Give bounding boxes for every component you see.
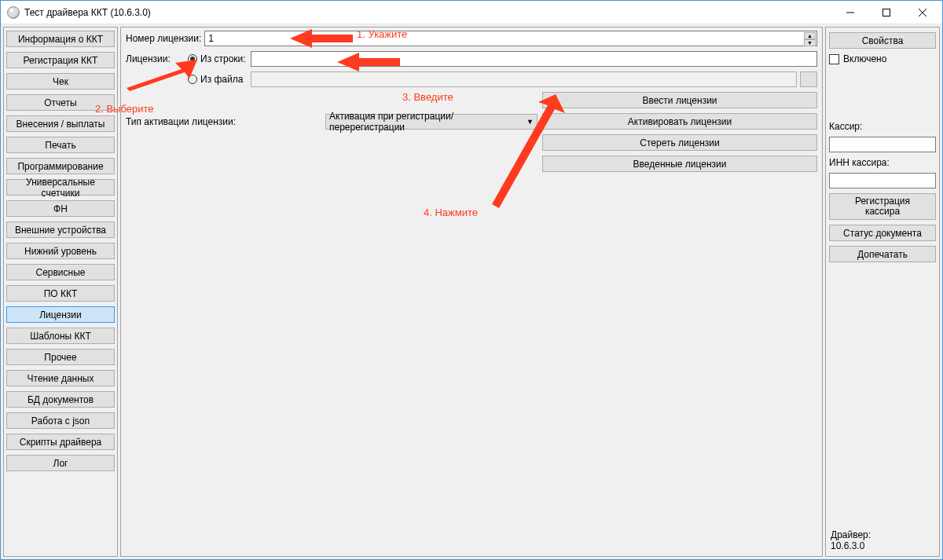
maximize-button[interactable] xyxy=(868,1,904,24)
nav-item[interactable]: Сервисные xyxy=(6,264,115,280)
nav-item[interactable]: Регистрация ККТ xyxy=(6,52,115,68)
close-button[interactable] xyxy=(904,1,941,24)
enter-licenses-label: Ввести лицензии xyxy=(642,95,717,106)
nav-item-label: Информация о ККТ xyxy=(18,34,103,45)
chevron-down-icon: ▼ xyxy=(527,118,534,126)
nav-item[interactable]: Печать xyxy=(6,137,115,153)
activation-type-combo[interactable]: Активация при регистрации/перерегистраци… xyxy=(325,114,538,130)
license-string-input[interactable] xyxy=(251,51,817,67)
license-number-input[interactable]: 1 ▲ ▼ xyxy=(204,31,817,46)
nav-item-label: ПО ККТ xyxy=(44,288,78,299)
properties-label: Свойства xyxy=(862,35,904,46)
window-title: Тест драйвера ККТ (10.6.3.0) xyxy=(24,7,151,18)
nav-item-label: Программирование xyxy=(17,161,103,172)
license-number-label: Номер лицензии: xyxy=(126,33,201,44)
left-nav: Информация о ККТРегистрация ККТЧекОтчеты… xyxy=(3,27,118,557)
radio-from-string[interactable]: Из строки: xyxy=(188,53,248,64)
nav-item-label: Регистрация ККТ xyxy=(24,55,98,66)
driver-info: Драйвер: 10.6.3.0 xyxy=(831,529,871,551)
annotation-4: 4. Нажмите xyxy=(424,207,478,218)
inn-label: ИНН кассира: xyxy=(829,157,936,168)
nav-item[interactable]: Чтение данных xyxy=(6,370,115,386)
titlebar: Тест драйвера ККТ (10.6.3.0) xyxy=(1,1,942,24)
cashier-input[interactable] xyxy=(829,137,936,152)
driver-label: Драйвер: xyxy=(831,529,871,540)
licenses-label: Лицензии: xyxy=(126,53,185,64)
cashier-label: Кассир: xyxy=(829,121,936,132)
nav-item[interactable]: Программирование xyxy=(6,158,115,174)
properties-button[interactable]: Свойства xyxy=(829,32,936,49)
nav-item[interactable]: Работа с json xyxy=(6,412,115,429)
app-icon xyxy=(7,6,20,19)
nav-item[interactable]: Лог xyxy=(6,455,115,471)
spin-up-icon[interactable]: ▲ xyxy=(804,32,816,39)
nav-item-label: Скрипты драйвера xyxy=(20,437,102,448)
radio-checked-icon xyxy=(188,54,197,64)
nav-item-label: Сервисные xyxy=(35,267,85,278)
nav-item-label: Работа с json xyxy=(31,415,90,426)
nav-item[interactable]: Шаблоны ККТ xyxy=(6,328,115,344)
nav-item-label: Нижний уровень xyxy=(24,246,97,257)
license-number-value: 1 xyxy=(208,33,214,44)
enter-licenses-button[interactable]: Ввести лицензии xyxy=(542,92,817,108)
nav-item[interactable]: Информация о ККТ xyxy=(6,31,115,47)
right-panel: Свойства Включено Кассир: ИНН кассира: Р… xyxy=(825,27,940,557)
nav-item[interactable]: ПО ККТ xyxy=(6,285,115,302)
register-cashier-label: Регистрация кассира xyxy=(855,196,910,217)
reprint-button[interactable]: Допечатать xyxy=(829,246,936,262)
nav-item-label: Чтение данных xyxy=(28,373,94,384)
entered-licenses-label: Введенные лицензии xyxy=(633,159,727,170)
nav-item-label: Лицензии xyxy=(39,309,82,320)
nav-item[interactable]: Внешние устройства xyxy=(6,221,115,238)
enabled-label: Включено xyxy=(843,53,886,64)
nav-item[interactable]: Отчеты xyxy=(6,94,115,111)
doc-status-label: Статус документа xyxy=(843,228,922,239)
nav-item[interactable]: Чек xyxy=(6,73,115,90)
nav-item-label: Прочее xyxy=(44,352,76,363)
activate-licenses-label: Активировать лицензии xyxy=(628,116,732,127)
nav-item-label: ФН xyxy=(53,203,68,214)
nav-item-label: Отчеты xyxy=(44,97,76,108)
doc-status-button[interactable]: Статус документа xyxy=(829,225,936,241)
nav-item-label: Лог xyxy=(53,458,68,469)
nav-item-label: Шаблоны ККТ xyxy=(30,331,91,342)
radio-from-file[interactable]: Из файла xyxy=(188,74,248,85)
radio-unchecked-icon xyxy=(188,75,197,84)
activation-type-label: Тип активации лицензии: xyxy=(126,116,236,127)
spin-down-icon[interactable]: ▼ xyxy=(804,39,816,46)
browse-file-button xyxy=(800,71,817,87)
nav-item[interactable]: ФН xyxy=(6,200,115,217)
nav-item[interactable]: Скрипты драйвера xyxy=(6,434,115,450)
erase-licenses-button[interactable]: Стереть лицензии xyxy=(542,134,817,151)
driver-version: 10.6.3.0 xyxy=(831,540,871,551)
erase-licenses-label: Стереть лицензии xyxy=(640,137,719,148)
nav-item-label: Внешние устройства xyxy=(15,225,106,236)
nav-item[interactable]: Лицензии xyxy=(6,306,115,323)
nav-item[interactable]: Универсальные счетчики xyxy=(6,179,115,196)
nav-item[interactable]: Внесения / выплаты xyxy=(6,115,115,132)
main-panel: Номер лицензии: 1 ▲ ▼ Лицензии: Из строк… xyxy=(120,27,823,557)
checkbox-icon xyxy=(829,54,839,64)
activate-licenses-button[interactable]: Активировать лицензии xyxy=(542,113,817,130)
nav-item[interactable]: Прочее xyxy=(6,349,115,365)
inn-input[interactable] xyxy=(829,173,936,188)
nav-item-label: Печать xyxy=(45,140,75,151)
nav-item-label: БД документов xyxy=(28,394,94,405)
enabled-checkbox[interactable]: Включено xyxy=(829,53,936,64)
nav-item-label: Чек xyxy=(53,76,68,87)
reprint-label: Допечатать xyxy=(857,249,908,260)
license-file-input xyxy=(251,71,797,87)
radio-from-string-label: Из строки: xyxy=(200,53,246,64)
nav-item-label: Универсальные счетчики xyxy=(10,177,111,199)
nav-item[interactable]: БД документов xyxy=(6,391,115,408)
entered-licenses-button[interactable]: Введенные лицензии xyxy=(542,156,817,172)
radio-from-file-label: Из файла xyxy=(200,74,243,85)
svg-rect-1 xyxy=(883,9,890,16)
activation-type-value: Активация при регистрации/перерегистраци… xyxy=(329,111,527,133)
register-cashier-button[interactable]: Регистрация кассира xyxy=(829,193,936,220)
minimize-button[interactable] xyxy=(832,1,868,24)
nav-item-label: Внесения / выплаты xyxy=(17,119,105,130)
nav-item[interactable]: Нижний уровень xyxy=(6,243,115,259)
